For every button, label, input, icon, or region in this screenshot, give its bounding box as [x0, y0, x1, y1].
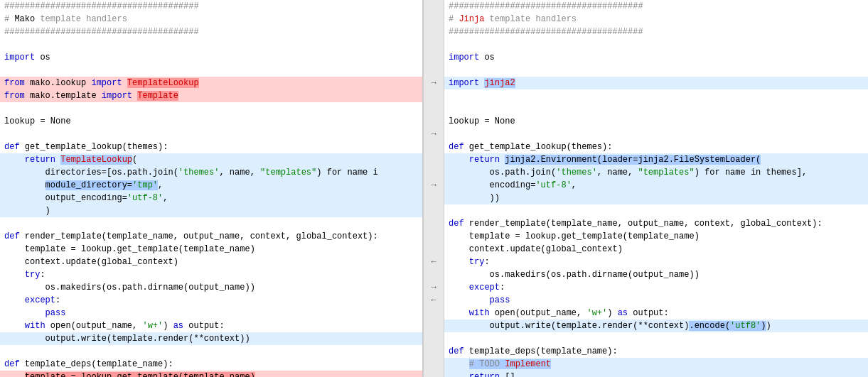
code-line: [444, 102, 868, 115]
code-line-changed: from mako.lookup import TemplateLookup: [0, 77, 422, 89]
code-line-changed: output_encoding='utf-8',: [0, 192, 422, 204]
code-line: pass: [0, 307, 422, 319]
code-line: try:: [444, 256, 868, 268]
code-line: except:: [0, 294, 422, 307]
code-line: lookup = None: [0, 115, 422, 128]
code-line-changed: return []: [444, 371, 868, 377]
code-line: def template_deps(template_name):: [0, 358, 422, 371]
code-line: # Mako template handlers: [0, 13, 422, 26]
code-line: [444, 64, 868, 77]
arrow-blank: [424, 89, 444, 102]
code-line-changed: ): [0, 204, 422, 217]
code-line: pass: [444, 294, 868, 307]
code-line: ######################################: [0, 26, 422, 38]
code-line: template = lookup.get_template(template_…: [444, 230, 868, 243]
code-line: os.makedirs(os.path.dirname(output_name)…: [0, 281, 422, 294]
code-line: [444, 128, 868, 141]
code-line: [444, 89, 868, 102]
code-line: os.makedirs(os.path.dirname(output_name)…: [444, 268, 868, 281]
arrow-right: →: [424, 77, 444, 89]
arrow-right2: →: [424, 128, 444, 141]
arrow-right4: →: [424, 281, 444, 294]
code-line: [0, 128, 422, 141]
code-line-changed: return jinja2.Environment(loader=jinja2.…: [444, 153, 868, 166]
code-line: ######################################: [444, 26, 868, 38]
code-line: ######################################: [0, 0, 422, 13]
code-line: import os: [444, 51, 868, 64]
code-line: [0, 345, 422, 358]
code-line-changed: encoding='utf-8',: [444, 179, 868, 192]
code-line-changed: return TemplateLookup(: [0, 153, 422, 166]
code-line-changed: import jinja2: [444, 77, 868, 89]
code-line: [444, 38, 868, 51]
code-line: [0, 38, 422, 51]
code-line: try:: [0, 268, 422, 281]
code-line: template = lookup.get_template(template_…: [0, 243, 422, 256]
code-line: def get_template_lookup(themes):: [0, 141, 422, 153]
arrow-left2: ←: [424, 294, 444, 307]
code-line: [444, 204, 868, 217]
arrow-left: ←: [424, 256, 444, 268]
right-pane: ###################################### #…: [444, 0, 868, 377]
code-line-changed: output.write(template.render(**context).…: [444, 319, 868, 332]
code-line: [0, 217, 422, 230]
connector-column: → → → ← → ←: [423, 0, 444, 377]
code-line: def template_deps(template_name):: [444, 345, 868, 358]
code-line: context.update(global_context): [444, 243, 868, 256]
code-line-changed: from mako.template import Template: [0, 89, 422, 102]
code-line: def render_template(template_name, outpu…: [444, 217, 868, 230]
code-line: lookup = None: [444, 115, 868, 128]
arrow-right3: →: [424, 179, 444, 192]
code-line-changed: template = lookup.get_template(template_…: [0, 371, 422, 377]
code-line: [444, 332, 868, 345]
code-line: def render_template(template_name, outpu…: [0, 230, 422, 243]
code-line: import os: [0, 51, 422, 64]
code-line-changed: )): [444, 192, 868, 204]
code-line: [0, 102, 422, 115]
code-line: with open(output_name, 'w+') as output:: [444, 307, 868, 319]
diff-view: ###################################### #…: [0, 0, 868, 377]
code-line: context.update(global_context): [0, 256, 422, 268]
code-line: with open(output_name, 'w+') as output:: [0, 319, 422, 332]
code-line-changed: os.path.join('themes', name, "templates"…: [444, 166, 868, 179]
code-line-changed: output.write(template.render(**context)): [0, 332, 422, 345]
code-line: except:: [444, 281, 868, 294]
code-line: ######################################: [444, 0, 868, 13]
code-line: def get_template_lookup(themes):: [444, 141, 868, 153]
code-line: # Jinja template handlers: [444, 13, 868, 26]
code-line: [0, 64, 422, 77]
code-line-changed: directories=[os.path.join('themes', name…: [0, 166, 422, 179]
left-pane: ###################################### #…: [0, 0, 423, 377]
code-line-changed: module_directory='tmp',: [0, 179, 422, 192]
code-line-changed: # TODO Implement: [444, 358, 868, 371]
